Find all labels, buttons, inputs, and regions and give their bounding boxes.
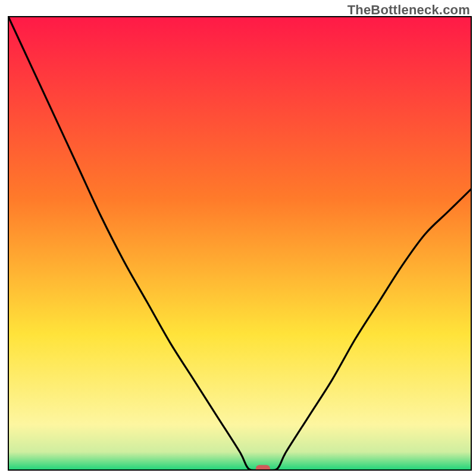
chart-container: TheBottleneck.com	[0, 0, 476, 476]
bottleneck-marker	[256, 465, 270, 473]
watermark-label: TheBottleneck.com	[347, 2, 470, 18]
bottleneck-chart	[0, 0, 476, 476]
gradient-background	[8, 17, 471, 470]
